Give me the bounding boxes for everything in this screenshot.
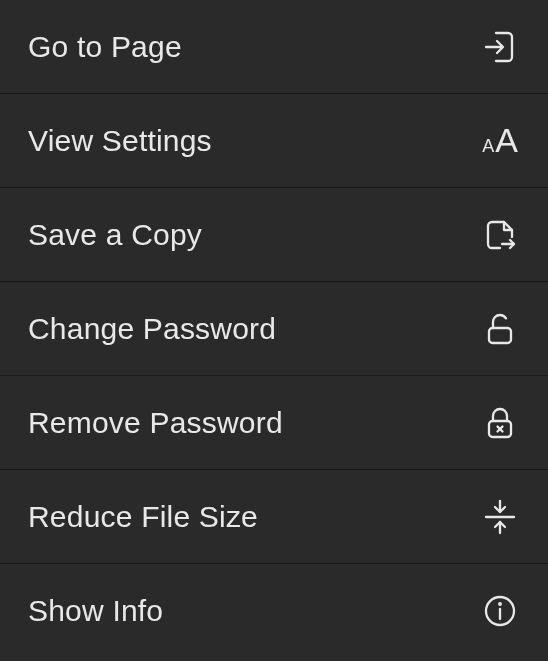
svg-rect-0	[489, 328, 511, 343]
reduce-file-size-label: Reduce File Size	[28, 500, 258, 534]
remove-password-item[interactable]: Remove Password	[0, 376, 548, 470]
view-settings-item[interactable]: View Settings AA	[0, 94, 548, 188]
go-to-page-icon	[480, 27, 520, 67]
change-password-item[interactable]: Change Password	[0, 282, 548, 376]
change-password-label: Change Password	[28, 312, 276, 346]
view-settings-label: View Settings	[28, 124, 212, 158]
reduce-file-size-item[interactable]: Reduce File Size	[0, 470, 548, 564]
save-a-copy-item[interactable]: Save a Copy	[0, 188, 548, 282]
document-actions-menu: Go to Page View Settings AA Save a Copy	[0, 0, 548, 658]
go-to-page-item[interactable]: Go to Page	[0, 0, 548, 94]
go-to-page-label: Go to Page	[28, 30, 182, 64]
show-info-item[interactable]: Show Info	[0, 564, 548, 658]
lock-remove-icon	[480, 403, 520, 443]
text-size-icon: AA	[480, 121, 520, 161]
compress-icon	[480, 497, 520, 537]
save-copy-icon	[480, 215, 520, 255]
remove-password-label: Remove Password	[28, 406, 283, 440]
info-icon	[480, 591, 520, 631]
svg-point-6	[499, 603, 501, 605]
show-info-label: Show Info	[28, 594, 163, 628]
save-a-copy-label: Save a Copy	[28, 218, 202, 252]
unlock-icon	[480, 309, 520, 349]
